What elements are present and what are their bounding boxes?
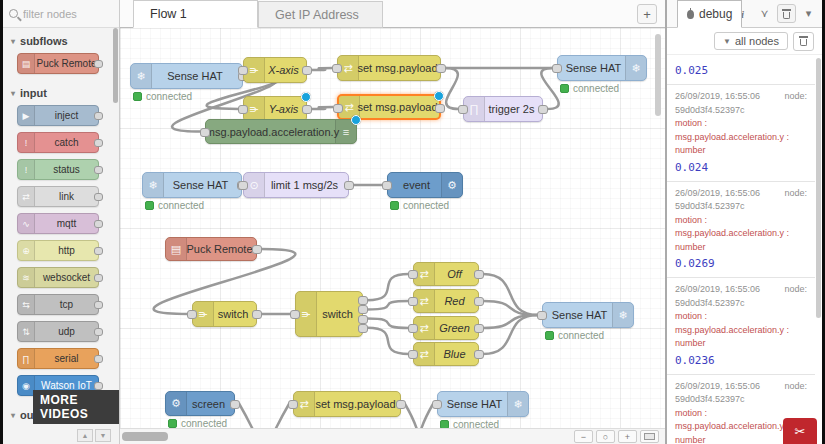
node-xaxis[interactable]: ⋔X-axis [243, 57, 307, 83]
node-limit[interactable]: ⊙limit 1 msg/2s [243, 172, 349, 198]
output-port[interactable] [358, 305, 368, 314]
node-switch2[interactable]: ⋔switch [295, 291, 363, 337]
udp-icon: ⇅ [18, 322, 35, 341]
node-sensehat3[interactable]: ❄Sense HATconnected [142, 172, 242, 198]
output-port[interactable] [230, 400, 240, 409]
input-port[interactable] [238, 66, 248, 75]
debug-filter-button[interactable]: ▼ all nodes [714, 32, 788, 50]
input-port[interactable] [333, 104, 343, 113]
palette-node-inject[interactable]: ▶inject [17, 105, 99, 126]
search-input[interactable] [23, 8, 113, 20]
node-label: msg.payload.acceleration.y [210, 120, 335, 143]
context-tab-button[interactable]: ⋎ [755, 4, 774, 23]
palette-node-websocket[interactable]: ≋websocket [17, 267, 99, 288]
output-port[interactable] [436, 64, 446, 73]
output-port[interactable] [474, 324, 484, 333]
debug-message[interactable]: 26/09/2019, 16:55:06node:59d0d3f4.52397c… [667, 278, 815, 375]
config-tab-button[interactable] [777, 4, 796, 23]
node-sensehat1[interactable]: ❄Sense HATconnected [130, 63, 243, 89]
tcp-icon: ⇆ [18, 295, 35, 314]
palette-node-catch[interactable]: !catch [17, 132, 99, 153]
tab-flow-1[interactable]: Flow 1 [133, 0, 258, 28]
input-port[interactable] [537, 311, 547, 320]
node-switch1[interactable]: ⋔switch [192, 301, 257, 327]
input-port[interactable] [408, 297, 418, 306]
palette-section-subflows[interactable]: ▾subflows [3, 28, 119, 53]
output-port[interactable] [396, 400, 406, 409]
palette-node-serial[interactable]: ∏serial [17, 348, 99, 369]
input-port[interactable] [238, 105, 248, 114]
output-port[interactable] [344, 181, 354, 190]
node-event[interactable]: ⚙eventconnected [387, 172, 463, 198]
input-port[interactable] [408, 270, 418, 279]
palette-node-status[interactable]: !status [17, 159, 99, 180]
node-trigger[interactable]: ∏trigger 2s [463, 96, 543, 122]
add-flow-button[interactable]: + [637, 4, 657, 24]
output-port[interactable] [474, 350, 484, 359]
output-port[interactable] [358, 324, 368, 333]
output-port[interactable] [358, 315, 368, 324]
palette-node-http[interactable]: ⊕http [17, 240, 99, 261]
node-sensehat2[interactable]: ❄Sense HATconnected [557, 55, 647, 81]
output-port[interactable] [474, 270, 484, 279]
output-port[interactable] [252, 310, 262, 319]
node-screen[interactable]: ⚙screenconnected [165, 391, 235, 416]
node-sensehat4[interactable]: ❄Sense HATconnected [542, 302, 634, 328]
status-dot [145, 201, 154, 210]
tab-debug[interactable]: debug [677, 0, 742, 28]
node-puck[interactable]: ▤Puck Remote [165, 237, 257, 261]
zoom-out-button[interactable]: − [574, 430, 593, 443]
input-port[interactable] [552, 64, 562, 73]
node-off[interactable]: ⇄Off [413, 262, 479, 286]
output-port[interactable] [252, 245, 262, 254]
input-port[interactable] [408, 324, 418, 333]
more-videos-overlay[interactable]: MORE VIDEOS [33, 390, 119, 424]
node-green[interactable]: ⇄Green [413, 316, 479, 340]
debug-scrollbar[interactable] [816, 58, 821, 318]
debug-message[interactable]: 0.025 [667, 56, 815, 85]
output-port[interactable] [435, 104, 445, 113]
node-blue[interactable]: ⇄Blue [413, 342, 479, 366]
input-port[interactable] [382, 181, 392, 190]
zoom-reset-button[interactable]: ○ [596, 430, 615, 443]
scroll-down-button[interactable]: ▼ [95, 429, 111, 442]
palette-node-tcp[interactable]: ⇆tcp [17, 294, 99, 315]
input-port[interactable] [458, 105, 468, 114]
output-port[interactable] [474, 297, 484, 306]
output-port[interactable] [302, 66, 312, 75]
input-port[interactable] [288, 400, 298, 409]
palette-section-input[interactable]: ▾input [3, 80, 119, 105]
flow-canvas[interactable]: ❄Sense HATconnected⋔X-axis⇄set msg.paylo… [120, 28, 665, 428]
scroll-up-button[interactable]: ▲ [77, 429, 93, 442]
node-debugnode[interactable]: ≡msg.payload.acceleration.y [205, 119, 357, 144]
input-port[interactable] [187, 310, 197, 319]
node-setpay1[interactable]: ⇄set msg.payload [337, 55, 441, 81]
input-port[interactable] [290, 310, 300, 319]
debug-message[interactable]: 26/09/2019, 16:55:06node:59d0d3f4.52397c… [667, 182, 815, 279]
node-red[interactable]: ⇄Red [413, 289, 479, 313]
node-sensehat5[interactable]: ❄Sense HATconnected [437, 391, 529, 417]
debug-message[interactable]: 26/09/2019, 16:55:06node:59d0d3f4.52397c… [667, 85, 815, 182]
tab-get-ip-address[interactable]: Get IP Address [258, 1, 383, 28]
output-port[interactable] [302, 105, 312, 114]
input-port[interactable] [332, 64, 342, 73]
canvas-vertical-scrollbar[interactable] [655, 34, 661, 116]
clear-debug-button[interactable] [793, 32, 814, 51]
output-port[interactable] [538, 105, 548, 114]
node-label: node: [784, 283, 807, 297]
input-port[interactable] [200, 128, 210, 137]
canvas-horizontal-scrollbar[interactable] [122, 432, 168, 441]
output-port[interactable] [358, 296, 368, 305]
palette-node-puck-remote[interactable]: ▤Puck Remote [17, 53, 99, 74]
input-port[interactable] [408, 350, 418, 359]
input-port[interactable] [238, 181, 248, 190]
zoom-in-button[interactable]: + [618, 430, 637, 443]
node-setpay3[interactable]: ⇄set msg.payload [293, 391, 401, 417]
navigator-button[interactable] [640, 430, 659, 443]
palette-node-udp[interactable]: ⇅udp [17, 321, 99, 342]
palette-scrollbar[interactable] [113, 28, 118, 103]
palette-node-mqtt[interactable]: ∿mqtt [17, 213, 99, 234]
input-port[interactable] [432, 400, 442, 409]
sidebar-menu-button[interactable]: ▾ [799, 4, 818, 23]
palette-node-link[interactable]: ⇄link [17, 186, 99, 207]
